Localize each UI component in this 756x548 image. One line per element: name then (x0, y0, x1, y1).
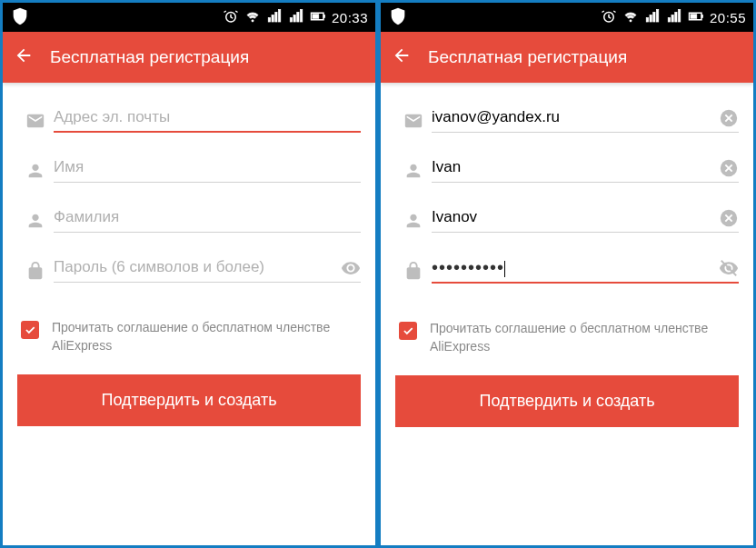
lastname-input-wrap (432, 208, 739, 233)
svg-rect-2 (272, 15, 274, 22)
svg-rect-6 (293, 15, 295, 22)
svg-rect-13 (646, 17, 648, 22)
agreement-row: Прочитать соглашение о бесплатном членст… (395, 320, 739, 355)
svg-rect-8 (300, 9, 302, 22)
submit-button[interactable]: Подтвердить и создать (17, 374, 361, 426)
back-button[interactable] (392, 45, 412, 69)
lastname-field[interactable] (432, 208, 739, 226)
email-field[interactable] (54, 108, 361, 126)
eye-icon[interactable] (341, 258, 361, 282)
password-input-wrap (54, 258, 361, 283)
shield-icon (388, 6, 408, 29)
person-icon (395, 211, 432, 231)
svg-rect-19 (675, 12, 677, 22)
svg-rect-17 (668, 17, 670, 22)
person-icon (395, 161, 432, 181)
agreement-row: Прочитать соглашение о бесплатном членст… (17, 319, 361, 354)
password-input-wrap: •••••••••• (432, 258, 739, 284)
shield-icon (10, 6, 30, 29)
svg-rect-20 (678, 9, 680, 22)
person-icon (17, 211, 54, 231)
svg-rect-4 (278, 9, 280, 22)
svg-rect-15 (653, 12, 655, 22)
person-icon (17, 161, 54, 181)
submit-button[interactable]: Подтвердить и создать (395, 375, 739, 427)
svg-rect-3 (275, 12, 277, 22)
svg-rect-18 (671, 15, 673, 22)
password-field[interactable] (54, 258, 361, 276)
eye-off-icon[interactable] (719, 258, 739, 282)
back-button[interactable] (14, 45, 34, 69)
status-bar: 20:33 (3, 3, 375, 32)
wifi-icon (244, 8, 261, 27)
page-title: Бесплатная регистрация (428, 47, 627, 67)
svg-rect-22 (701, 15, 703, 17)
lock-icon (17, 261, 54, 281)
svg-rect-23 (691, 14, 697, 18)
battery-icon (310, 8, 326, 27)
signal-icon-2 (666, 8, 682, 27)
registration-form: Прочитать соглашение о бесплатном членст… (3, 83, 375, 545)
battery-icon (688, 8, 704, 27)
svg-rect-11 (313, 14, 319, 18)
svg-rect-5 (290, 17, 292, 22)
app-bar: Бесплатная регистрация (381, 32, 753, 83)
phone-screen-right: 20:55 Бесплатная регистрация (381, 3, 753, 545)
email-icon (395, 111, 432, 131)
status-time: 20:55 (710, 10, 746, 25)
agreement-text[interactable]: Прочитать соглашение о бесплатном членст… (430, 320, 735, 355)
alarm-icon (223, 8, 239, 27)
password-row: •••••••••• (395, 258, 739, 284)
signal-icon (644, 8, 661, 27)
email-row (395, 108, 739, 133)
svg-rect-16 (656, 9, 658, 22)
password-field[interactable]: •••••••••• (432, 257, 505, 277)
password-row (17, 258, 361, 283)
agreement-text[interactable]: Прочитать соглашение о бесплатном членст… (52, 319, 357, 354)
wifi-icon (622, 8, 639, 27)
firstname-row (17, 158, 361, 183)
signal-icon (266, 8, 283, 27)
email-row (17, 108, 361, 133)
svg-rect-7 (297, 12, 299, 22)
page-title: Бесплатная регистрация (50, 47, 249, 67)
signal-icon-2 (288, 8, 304, 27)
firstname-input-wrap (54, 158, 361, 183)
text-cursor (504, 261, 505, 277)
email-icon (17, 111, 54, 131)
firstname-input-wrap (432, 158, 739, 183)
agreement-checkbox[interactable] (21, 321, 39, 339)
clear-icon[interactable] (719, 108, 739, 132)
status-bar: 20:55 (381, 3, 753, 32)
firstname-row (395, 158, 739, 183)
svg-rect-10 (323, 15, 325, 17)
lastname-row (17, 208, 361, 233)
alarm-icon (601, 8, 617, 27)
app-bar: Бесплатная регистрация (3, 32, 375, 83)
status-time: 20:33 (332, 10, 368, 25)
email-input-wrap (432, 108, 739, 133)
firstname-field[interactable] (432, 158, 739, 176)
clear-icon[interactable] (719, 208, 739, 232)
svg-rect-14 (650, 15, 652, 22)
email-field[interactable] (432, 108, 739, 126)
email-input-wrap (54, 108, 361, 133)
clear-icon[interactable] (719, 158, 739, 182)
password-value: •••••••••• (432, 257, 504, 277)
lastname-row (395, 208, 739, 233)
lock-icon (395, 261, 432, 281)
firstname-field[interactable] (54, 158, 361, 176)
registration-form: •••••••••• Прочитать соглашение о беспла… (381, 83, 753, 545)
agreement-checkbox[interactable] (399, 322, 417, 340)
lastname-field[interactable] (54, 208, 361, 226)
lastname-input-wrap (54, 208, 361, 233)
svg-rect-1 (268, 17, 270, 22)
phone-screen-left: 20:33 Бесплатная регистрация (3, 3, 375, 545)
